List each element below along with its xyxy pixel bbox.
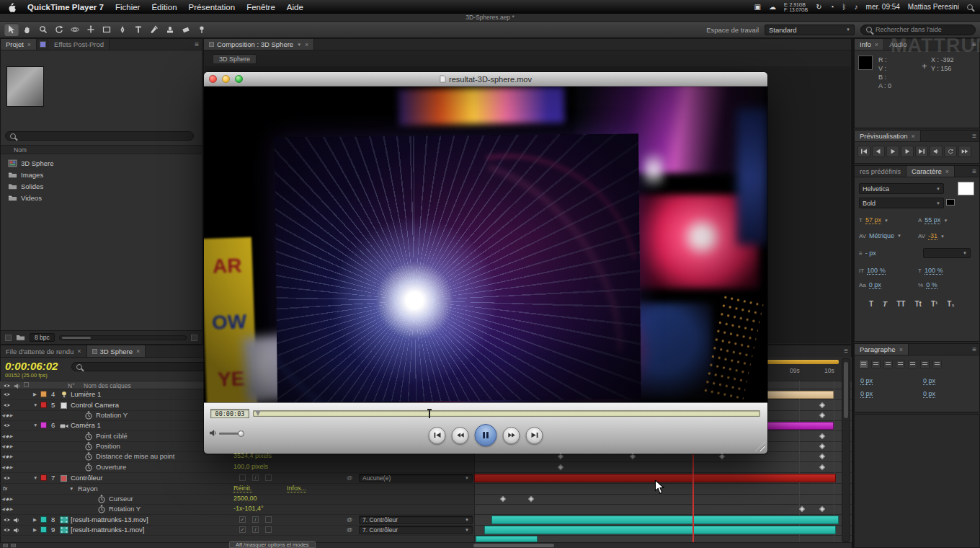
brush-tool[interactable] [147,23,161,36]
first-frame-button[interactable] [858,146,870,157]
loop-button[interactable] [944,146,957,157]
layer-switch[interactable] [239,474,246,481]
layer-switch[interactable]: / [252,474,259,481]
expander-icon[interactable]: ▶ [33,517,37,523]
project-scrollbar[interactable] [59,335,187,340]
kerning-value[interactable]: Métrique [869,232,894,239]
qt-titlebar[interactable]: resultat-3D-sphere.mov [204,72,767,87]
apple-menu-icon[interactable] [7,2,16,12]
stopwatch-icon[interactable] [85,432,92,441]
justify-last-left-button[interactable] [896,360,905,368]
previous-frame-button[interactable] [872,146,885,157]
font-family-select[interactable]: Helvetica ▼ [859,183,944,194]
audio-toggle-button[interactable] [930,146,943,157]
panel-menu-icon[interactable]: ≡ [972,40,976,48]
sync-status-icon[interactable]: ↻ [816,3,821,11]
close-icon[interactable]: × [912,133,915,140]
expander-icon[interactable]: ▶ [33,392,37,397]
tsume-value[interactable]: - px [865,249,876,257]
stopwatch-icon[interactable] [98,495,105,503]
number-column-header[interactable]: N° [68,382,75,389]
project-item-images[interactable]: Images [1,169,202,180]
chevron-down-icon[interactable]: ▼ [297,43,301,47]
resize-grip[interactable] [755,441,765,451]
cloud-status-icon[interactable]: ☁ [769,3,776,11]
layer-duration-bar-teal-3[interactable] [476,536,538,542]
faux-italic-icon[interactable]: T [882,300,888,308]
pickwhip-icon[interactable]: @ [347,474,352,481]
quicktime-window[interactable]: resultat-3D-sphere.mov AR OW YE [204,72,767,454]
pen-tool[interactable] [115,23,130,36]
align-center-button[interactable] [871,360,881,368]
tab-previsualisation[interactable]: Prévisualisation × [855,131,921,141]
effect-row-rayon[interactable]: fx ▼ Rayon Réinit. Infos... [0,484,852,495]
layer-switch[interactable]: ✓ [239,516,246,523]
expander-icon[interactable]: ▼ [33,475,37,480]
pause-button[interactable] [475,424,497,446]
keyframe-nav[interactable]: ◀◆▶ [1,464,14,469]
layer-color-swatch[interactable] [40,402,47,408]
font-size-value[interactable]: 57 px [865,216,881,224]
spotlight-icon[interactable] [967,4,973,10]
indent-right-field[interactable]: 0 px [923,377,935,384]
property-row-ouverture[interactable]: ◀◆▶ Ouverture 100,0 pixels [0,462,852,473]
layer-name[interactable]: Contrôleur [71,474,102,482]
layer-switch[interactable] [265,474,272,481]
next-frame-button[interactable] [901,146,914,157]
property-name[interactable]: Distance de mise au point [96,452,174,460]
leading-value[interactable]: 55 px [925,216,940,224]
rotate-tool[interactable] [52,23,66,36]
new-folder-icon[interactable] [16,334,25,341]
go-end-button[interactable] [526,427,543,444]
tab-presets[interactable]: res prédéfinis [855,166,906,177]
layer-name[interactable]: [result-mattrunks-13.mov] [71,516,148,523]
ram-preview-button[interactable] [958,146,971,157]
property-name[interactable]: Point ciblé [96,432,128,440]
display-status-icon[interactable]: ▣ [754,3,760,11]
tab-timeline-comp[interactable]: 3D Sphere × [87,345,146,357]
audio-icon[interactable] [13,517,19,523]
align-right-button[interactable] [883,360,893,368]
stroke-color-swatch[interactable] [946,199,955,206]
layer-switch[interactable] [265,526,272,533]
property-value[interactable]: 100,0 pixels [233,463,268,470]
type-tool[interactable] [131,23,146,36]
volume-menu-icon[interactable]: ♪ [855,3,858,11]
layer-name[interactable]: Lumière 1 [71,390,101,398]
close-icon[interactable]: × [875,41,878,48]
font-style-select[interactable]: Bold ▼ [859,198,944,208]
project-search-input[interactable] [5,131,194,141]
property-name[interactable]: Rotation Y [109,505,141,513]
shape-tool[interactable] [99,23,114,36]
eye-icon[interactable] [3,402,11,408]
property-row-curseur[interactable]: ◀◆▶ Curseur 2500,00 [0,494,852,505]
close-icon[interactable]: × [27,41,31,48]
name-column-header[interactable]: Nom des calques [84,382,131,389]
property-name[interactable]: Position [96,442,120,450]
chevron-down-icon[interactable]: ▼ [940,234,945,239]
viewer-tab-3d-sphere[interactable]: 3D Sphere [213,54,257,64]
faux-bold-icon[interactable]: T [869,300,873,308]
eye-icon[interactable] [3,423,11,428]
menu-fenetre[interactable]: Fenêtre [246,3,275,12]
current-time-indicator[interactable] [692,454,694,542]
align-left-button[interactable] [859,360,868,368]
keyframe-nav[interactable]: ◀◆▶ [1,496,14,501]
close-icon[interactable]: × [945,168,949,175]
go-start-button[interactable] [429,427,446,444]
audio-icon[interactable] [13,527,19,534]
eye-icon[interactable] [3,475,11,481]
pan-behind-tool[interactable] [84,23,98,36]
timeline-hscrollbar[interactable] [473,544,554,547]
fast-forward-button[interactable] [503,427,520,444]
chevron-down-icon[interactable]: ▼ [897,234,901,238]
justify-last-center-button[interactable] [908,360,917,368]
proportional-spacing-value[interactable]: 0 % [926,281,937,289]
help-search-input[interactable]: Rechercher dans l'aide [860,25,976,35]
interpret-footage-icon[interactable] [5,335,12,341]
tab-caractere[interactable]: Caractère × [906,166,955,177]
tracking-value[interactable]: -31 [928,232,937,240]
pickwhip-icon[interactable]: @ [347,526,352,533]
stopwatch-icon[interactable] [85,463,92,472]
reset-link[interactable]: Réinit. [233,485,252,492]
